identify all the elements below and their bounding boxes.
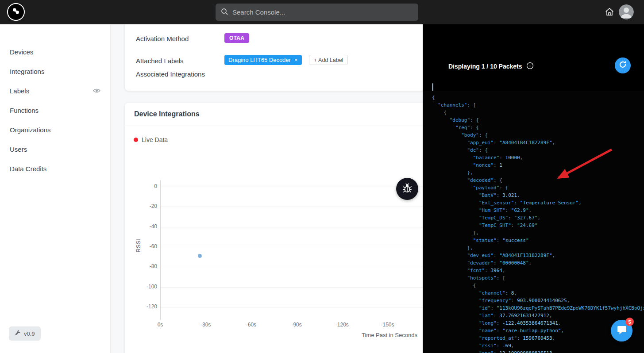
json-line: "dev_eui": "A84041F13182289F", — [432, 252, 644, 259]
sidebar-item-labels[interactable]: Labels — [0, 81, 110, 100]
packet-count-text: Displaying 1 / 10 Packets — [448, 63, 522, 70]
console-search[interactable] — [216, 4, 418, 21]
chat-launcher[interactable]: 5 — [611, 320, 632, 341]
x-tick-label: -60s — [239, 322, 262, 328]
sidebar-item-organizations[interactable]: Organizations — [0, 120, 110, 139]
device-integrations-card: Device Integrations Live Data 0-20-40-60… — [125, 103, 423, 353]
chart-y-axis — [160, 180, 161, 320]
chart-gridline — [160, 227, 423, 227]
search-input[interactable] — [232, 8, 413, 16]
x-tick-label: -150s — [376, 322, 399, 328]
eye-icon[interactable] — [93, 87, 100, 95]
app-root: DevicesIntegrationsLabelsFunctionsOrgani… — [0, 0, 644, 353]
search-icon — [221, 8, 228, 17]
json-line: "TempC_DS": "327.67", — [432, 214, 644, 222]
y-tick-label: -20 — [137, 203, 157, 209]
main-content: Activation Method OTAA Attached Labels D… — [111, 24, 423, 353]
y-tick-label: -40 — [137, 223, 157, 230]
json-line: "req": { — [432, 124, 644, 131]
chart-gridline — [160, 207, 423, 207]
wrench-icon — [15, 330, 21, 338]
sidebar-item-label: Organizations — [10, 126, 51, 134]
x-tick-label: -120s — [331, 322, 354, 328]
sidebar-item-integrations[interactable]: Integrations — [0, 61, 110, 81]
remove-label-icon[interactable]: × — [294, 57, 298, 63]
info-icon[interactable] — [526, 62, 534, 71]
json-line: "devaddr": "00000048", — [432, 259, 644, 267]
attached-labels-label: Attached Labels — [136, 57, 184, 65]
json-line: "decoded": { — [432, 176, 644, 184]
y-tick-label: -80 — [137, 263, 157, 269]
associated-integrations-label: Associated Integrations — [136, 70, 205, 78]
unread-count-badge: 5 — [625, 318, 634, 326]
json-line: "fcnt": 3964, — [432, 267, 644, 274]
chart-gridline — [160, 267, 423, 267]
refresh-icon — [618, 60, 627, 71]
x-tick-label: -30s — [194, 322, 217, 328]
json-line: "body": { — [432, 131, 644, 139]
json-line: "id": "113kQU96zqePySTahB7PEde9ZpoWK76DY… — [432, 304, 644, 312]
sidebar-nav: DevicesIntegrationsLabelsFunctionsOrgani… — [0, 24, 110, 178]
refresh-packets-button[interactable] — [615, 58, 631, 73]
user-avatar[interactable] — [619, 4, 634, 19]
y-tick-label: -120 — [137, 303, 157, 310]
packet-json: { "channels": [ { "debug": { "req": { "b… — [423, 91, 644, 353]
sidebar-item-label: Users — [10, 146, 27, 153]
home-icon[interactable] — [605, 7, 614, 17]
x-tick-label: 0s — [149, 322, 172, 328]
chart-gridline — [160, 187, 423, 187]
sidebar-item-label: Functions — [10, 107, 39, 114]
sidebar-item-data-credits[interactable]: Data Credits — [0, 159, 110, 178]
y-tick-label: -100 — [137, 284, 157, 290]
json-line: "nonce": 1 — [432, 161, 644, 169]
json-line: "snr": 12.199999880826513 — [432, 349, 644, 353]
label-chip[interactable]: Dragino LHT65 Decoder × — [224, 55, 302, 65]
chart-gridline — [160, 287, 423, 288]
sidebar-item-label: Integrations — [10, 68, 44, 75]
json-line: "dc": { — [432, 146, 644, 154]
sidebar-item-functions[interactable]: Functions — [0, 100, 110, 120]
version-badge[interactable]: v0.9 — [9, 326, 41, 341]
chart-gridline — [160, 307, 423, 307]
helium-logo[interactable] — [7, 3, 25, 21]
json-line: "Hum_SHT": "62.9", — [432, 207, 644, 214]
json-line: "TempC_SHT": "24.69" — [432, 222, 644, 229]
json-line: "Ext_sensor": "Temperature Sensor", — [432, 199, 644, 207]
bug-icon — [401, 182, 413, 196]
json-line: "debug": { — [432, 116, 644, 124]
activation-method-badge: OTAA — [224, 33, 249, 43]
json-line: { — [432, 282, 644, 289]
json-line: "channels": [ — [432, 101, 644, 109]
json-line: "app_eui": "A84041B4C182289F", — [432, 139, 644, 146]
json-line: }, — [432, 229, 644, 237]
activation-method-label: Activation Method — [136, 35, 189, 42]
json-line: "status": "success" — [432, 237, 644, 244]
json-line: { — [432, 109, 644, 116]
x-axis-title: Time Past in Seconds — [362, 332, 417, 338]
sidebar-item-label: Devices — [10, 48, 33, 56]
json-line: }, — [432, 244, 644, 252]
live-data-chart: 0-20-40-60-80-100-1200s-30s-60s-90s-120s… — [125, 103, 423, 353]
version-label: v0.9 — [24, 330, 35, 337]
sidebar-item-devices[interactable]: Devices — [0, 42, 110, 61]
sidebar-item-label: Data Credits — [10, 165, 46, 173]
sidebar-item-users[interactable]: Users — [0, 139, 110, 159]
json-line: "BatV": 3.021, — [432, 192, 644, 199]
json-line: { — [432, 94, 644, 101]
top-bar — [0, 0, 644, 24]
json-line: "hotspots": [ — [432, 274, 644, 282]
sidebar: DevicesIntegrationsLabelsFunctionsOrgani… — [0, 24, 111, 353]
y-axis-title: RSSI — [135, 234, 142, 258]
json-line: }, — [432, 169, 644, 176]
add-label-button[interactable]: + Add Label — [309, 55, 348, 65]
json-line: "rssi": -69, — [432, 342, 644, 349]
json-line: "payload": { — [432, 184, 644, 192]
y-tick-label: 0 — [137, 183, 157, 189]
chart-gridline — [160, 247, 423, 247]
label-chip-text: Dragino LHT65 Decoder — [228, 57, 291, 63]
helium-logo-icon — [11, 6, 21, 18]
debug-button[interactable] — [396, 178, 418, 200]
sidebar-item-label: Labels — [10, 87, 29, 95]
json-line: "channel": 8, — [432, 289, 644, 297]
json-line: "lat": 37.76921631427912, — [432, 312, 644, 319]
